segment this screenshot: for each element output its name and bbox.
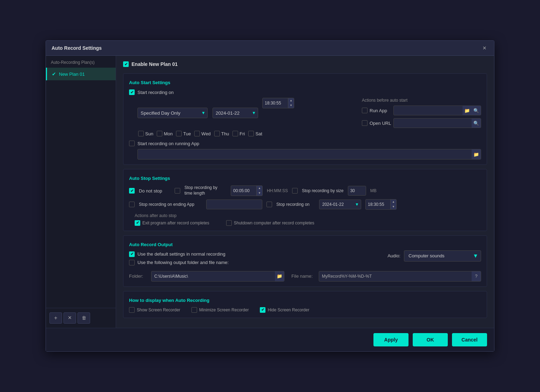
cancel-button[interactable]: Cancel (452, 333, 487, 346)
filename-help-button[interactable]: ? (472, 271, 481, 281)
day-mon-checkbox[interactable] (157, 131, 162, 136)
show-recorder-label: Show Screen Recorder (137, 307, 180, 312)
run-app-search-button[interactable]: 🔍 (472, 106, 481, 115)
shutdown-checkbox[interactable] (226, 220, 232, 226)
output-section: Auto Record Output ✔ Use the default set… (123, 235, 487, 287)
stop-on-time-input[interactable] (366, 200, 390, 209)
open-url-search-button[interactable]: 🔍 (472, 119, 481, 128)
day-type-select[interactable]: Specified Day Only Every Day Weekdays We… (137, 108, 208, 118)
auto-start-section: Auto Start Settings ✔ Start recording on… (123, 73, 487, 165)
open-url-input[interactable] (394, 119, 472, 128)
use-default-row: ✔ Use the default settings in normal rec… (129, 251, 379, 257)
audio-select-wrapper: Computer sounds Microphone System audio … (404, 250, 481, 262)
start-on-running-checkbox[interactable] (129, 141, 135, 146)
show-recorder-row: Show Screen Recorder (129, 307, 180, 313)
minimize-recorder-label: Minimize Screen Recorder (199, 307, 249, 312)
open-url-checkbox[interactable] (362, 120, 367, 126)
start-recording-label: Start recording on (137, 90, 174, 95)
add-plan-button[interactable]: + (49, 312, 62, 324)
running-app-input-wrapper: 📁 (137, 149, 481, 160)
day-wed: Wed (194, 131, 211, 136)
sidebar-item-new-plan-01[interactable]: ✔ New Plan 01 (46, 68, 116, 80)
start-recording-checkbox[interactable]: ✔ (129, 89, 135, 95)
run-app-input[interactable] (394, 106, 463, 115)
stop-on-ending-checkbox[interactable] (129, 202, 135, 207)
day-fri-checkbox[interactable] (232, 131, 238, 136)
minimize-recorder-row: Minimize Screen Recorder (191, 307, 249, 313)
enable-plan-checkbox[interactable]: ✔ (123, 61, 129, 67)
run-app-row: Run App 📁 🔍 (362, 106, 481, 115)
remove-plan-button[interactable]: × (63, 312, 76, 324)
day-mon: Mon (157, 131, 173, 136)
stop-time-input[interactable] (231, 186, 256, 196)
title-bar: Auto Record Settings × (46, 41, 494, 56)
stop-by-time-label: Stop recording by time length (184, 185, 227, 196)
shutdown-label: Shutdown computer after record completes (234, 221, 314, 225)
stop-on-time-up-button[interactable]: ▲ (391, 200, 396, 204)
footer: Apply OK Cancel (46, 328, 494, 351)
day-type-select-wrapper: Specified Day Only Every Day Weekdays We… (137, 98, 208, 128)
day-tue-checkbox[interactable] (176, 131, 182, 136)
folder-browse-button[interactable]: 📁 (275, 271, 284, 281)
do-not-stop-label: Do not stop (139, 188, 170, 194)
filename-label: File name: (291, 273, 316, 279)
stop-on-time-wrapper: ▲ ▼ (365, 199, 397, 210)
stop-date-select[interactable]: 2024-01-22 (319, 200, 361, 209)
stop-date-wrapper: 2024-01-22 ▼ (319, 200, 361, 209)
plan-check-icon: ✔ (52, 71, 56, 77)
running-app-input[interactable] (138, 149, 472, 159)
actions-before-start: Actions before auto start Run App 📁 🔍 (362, 98, 481, 128)
ok-button[interactable]: OK (413, 333, 448, 346)
folder-input[interactable] (151, 271, 275, 281)
open-url-row: Open URL 🔍 (362, 118, 481, 128)
day-sat-checkbox[interactable] (248, 131, 254, 136)
start-date-select[interactable]: 2024-01-22 (212, 108, 258, 118)
running-app-browse-button[interactable]: 📁 (472, 149, 481, 159)
stop-on-ending-label: Stop recording on ending App (139, 202, 202, 207)
start-time-input[interactable] (263, 98, 288, 108)
stop-by-size-label: Stop recording by size (302, 188, 344, 193)
hide-recorder-checkbox[interactable]: ✔ (260, 307, 265, 313)
output-left: Auto Record Output ✔ Use the default set… (129, 241, 379, 268)
exit-program-checkbox[interactable]: ✔ (135, 220, 140, 226)
day-sun-label: Sun (145, 131, 153, 136)
stop-by-size-unit: MB (370, 188, 377, 193)
day-wed-checkbox[interactable] (194, 131, 200, 136)
delete-plan-button[interactable]: 🗑 (77, 312, 90, 324)
run-app-checkbox[interactable] (362, 108, 367, 113)
start-time-up-button[interactable]: ▲ (288, 98, 294, 103)
use-custom-checkbox[interactable] (129, 260, 135, 265)
stop-on-time-down-button[interactable]: ▼ (391, 204, 396, 209)
shutdown-row: Shutdown computer after record completes (226, 220, 314, 226)
stop-on-date-checkbox[interactable] (266, 202, 272, 207)
run-app-input-wrapper: 📁 🔍 (393, 106, 481, 115)
audio-label: Audio: (387, 253, 400, 258)
stop-time-up-button[interactable]: ▲ (257, 186, 262, 191)
start-on-running-label: Start recording on running App (137, 141, 199, 146)
day-sun-checkbox[interactable] (138, 131, 144, 136)
actions-after-stop-section: Actions after auto stop ✔ Exit program a… (129, 213, 481, 226)
use-default-checkbox[interactable]: ✔ (129, 251, 135, 257)
actions-after-stop-label: Actions after auto stop (135, 213, 481, 218)
minimize-recorder-checkbox[interactable] (191, 307, 197, 313)
stop-by-size-input[interactable] (348, 186, 366, 196)
do-not-stop-checkbox[interactable]: ✔ (129, 188, 135, 194)
day-tue-label: Tue (183, 131, 191, 136)
stop-by-time-checkbox[interactable] (175, 188, 180, 194)
run-app-browse-button[interactable]: 📁 (463, 106, 472, 115)
close-button[interactable]: × (480, 44, 488, 52)
day-sat-label: Sat (255, 131, 262, 136)
audio-row: Audio: Computer sounds Microphone System… (387, 250, 481, 262)
display-options-row: Show Screen Recorder Minimize Screen Rec… (129, 307, 481, 313)
filename-input[interactable] (319, 271, 472, 281)
day-sun: Sun (138, 131, 153, 136)
use-default-label: Use the default settings in normal recor… (137, 251, 225, 257)
start-time-down-button[interactable]: ▼ (288, 103, 294, 108)
stop-by-size-checkbox[interactable] (292, 188, 298, 194)
stop-on-ending-app-input[interactable] (207, 200, 262, 209)
apply-button[interactable]: Apply (373, 333, 409, 346)
stop-time-down-button[interactable]: ▼ (257, 191, 262, 196)
day-thu-checkbox[interactable] (214, 131, 220, 136)
audio-select[interactable]: Computer sounds Microphone System audio … (404, 250, 481, 262)
show-recorder-checkbox[interactable] (129, 307, 135, 313)
